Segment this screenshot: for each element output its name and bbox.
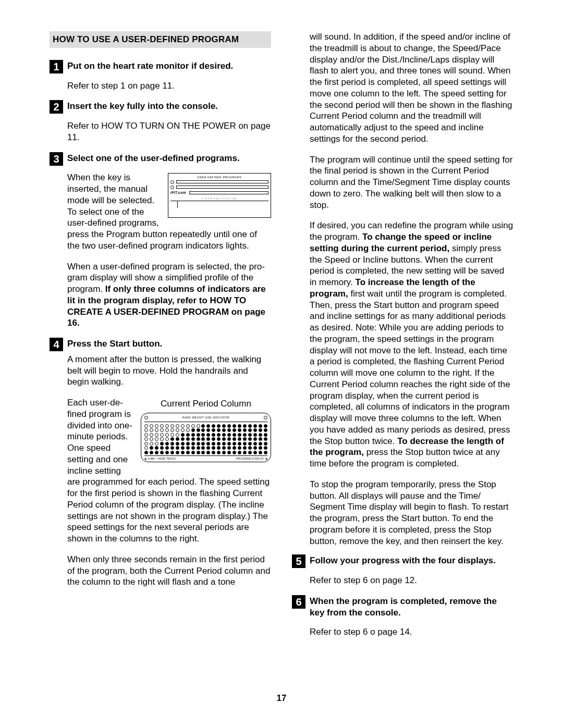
- step-4-p2: Current Period Column HAND WEIGHT USE IN…: [67, 397, 271, 545]
- step-number-6: 6: [292, 595, 305, 609]
- step-4-p2-b: ting for the first period is shown in th…: [67, 477, 270, 544]
- step-number-5: 5: [292, 554, 305, 568]
- slot-bar-icon: [176, 180, 268, 183]
- step-number-1: 1: [50, 60, 63, 73]
- step-4-p3: When only three seconds remain in the fi…: [67, 554, 271, 588]
- indicator-dot-icon: [144, 416, 148, 419]
- step-2-heading: Insert the key fully into the console.: [50, 101, 271, 112]
- rcol-p3: If desired, you can redefine the program…: [310, 220, 513, 470]
- step-number-2: 2: [50, 100, 63, 114]
- step-4: 4 Press the Start button. A moment after…: [50, 338, 271, 588]
- step-3-p2: When a user-defined program is selected,…: [67, 261, 271, 329]
- two-column-layout: HOW TO USE A USER-DEFINED PROGRAM 1 Put …: [50, 31, 513, 647]
- step-6: 6 When the program is completed, remove …: [292, 596, 513, 638]
- step-3-heading: Select one of the user-defined programs.: [50, 153, 271, 164]
- slot-bar-icon: [176, 186, 268, 189]
- ifit-subtitle: i n t e r a c t i v i t y: [170, 197, 268, 200]
- rcol-p4: To stop the program temporarily, press t…: [310, 479, 513, 547]
- step-1-heading: Put on the heart rate monitor if desired…: [50, 60, 271, 72]
- hand-weight-label: HAND WEIGHT USE INDICATOR: [150, 416, 262, 419]
- step-2-body: Refer to HOW TO TURN ON THE POWER on pag…: [67, 120, 271, 143]
- step-number-4: 4: [50, 338, 63, 351]
- rcol-p1: will sound. In addition, if the speed an…: [310, 31, 513, 145]
- step-1-body: Refer to step 1 on page 11.: [67, 80, 271, 92]
- figure-caption: Current Period Column: [141, 398, 271, 410]
- step-6-heading: When the program is completed, remove th…: [292, 596, 513, 619]
- program-display-panel: HAND WEIGHT USE INDICATOR ◉ 1/4MI / 400M…: [141, 413, 271, 462]
- left-column: HOW TO USE A USER-DEFINED PROGRAM 1 Put …: [50, 31, 271, 647]
- step-6-body: Refer to step 6 o page 14.: [310, 626, 513, 638]
- indicator-dot-icon: [170, 186, 174, 189]
- step-4-heading: Press the Start button.: [50, 338, 271, 350]
- step-number-3: 3: [50, 152, 63, 166]
- figure-label: USER DEFINED PROGRAMS: [170, 176, 268, 179]
- rcol-p2: The program will continue until the spee…: [310, 154, 513, 211]
- ifit-logo: iFIT.com: [170, 191, 186, 195]
- program-display-figure: Current Period Column HAND WEIGHT USE IN…: [141, 398, 271, 462]
- led-matrix: [144, 422, 267, 454]
- rcol-p3-e: first wait until the program is complete…: [310, 289, 510, 446]
- figure-baseline: [170, 201, 268, 208]
- step-5-body: Refer to step 6 on page 12.: [310, 575, 513, 586]
- step-1: 1 Put on the heart rate monitor if desir…: [50, 60, 271, 92]
- slot-bar-icon: [189, 191, 268, 194]
- indicator-dot-icon: [170, 180, 174, 184]
- right-column: will sound. In addition, if the speed an…: [292, 31, 513, 647]
- program-display-label: PROGRAM DISPLAY ◉: [236, 457, 267, 460]
- user-defined-programs-figure: USER DEFINED PROGRAMS iFIT.com i n t e r…: [168, 173, 271, 218]
- step-2: 2 Insert the key fully into the console.…: [50, 101, 271, 143]
- track-label: ◉ 1/4MI / 400M TRACK: [144, 457, 176, 460]
- step-5: 5 Follow your progress with the four dis…: [292, 555, 513, 586]
- step-3-p1: USER DEFINED PROGRAMS iFIT.com i n t e r…: [67, 172, 271, 251]
- section-title: HOW TO USE A USER-DEFINED PROGRAM: [50, 31, 271, 48]
- step-5-heading: Follow your progress with the four displ…: [292, 555, 513, 566]
- page-number: 17: [0, 693, 563, 704]
- indicator-dot-icon: [264, 416, 267, 419]
- step-4-p1: A moment after the button is pressed, th…: [67, 354, 271, 388]
- step-3: 3 Select one of the user-defined program…: [50, 153, 271, 329]
